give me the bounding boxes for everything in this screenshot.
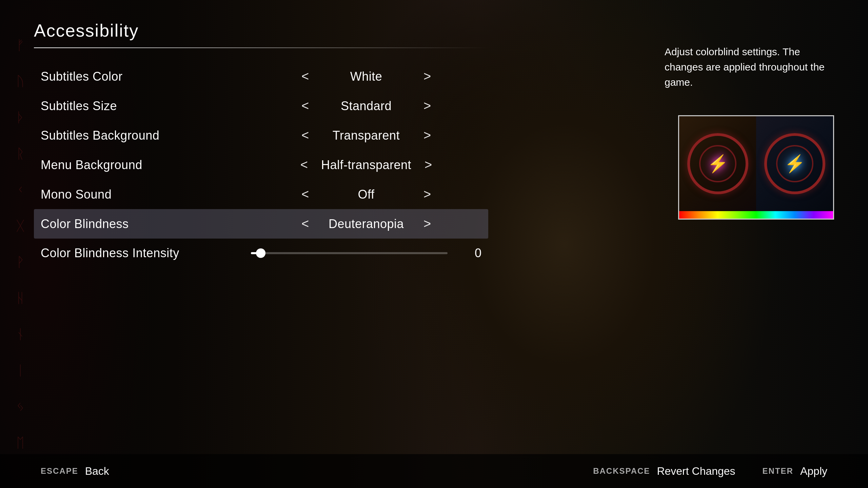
- bottom-right-actions: BACKSPACE Revert Changes ENTER Apply: [593, 465, 827, 477]
- preview-deuteranopia: ⚡: [756, 116, 833, 211]
- rune-circle-outer-normal: ⚡: [687, 133, 748, 194]
- slider-container: 0: [251, 246, 481, 260]
- apply-action: ENTER Apply: [763, 465, 827, 477]
- rune-circle-inner-deuteranopia: ⚡: [776, 145, 813, 182]
- subtitles-size-control: < Standard >: [251, 99, 481, 113]
- bottom-bar: ESCAPE Back BACKSPACE Revert Changes ENT…: [0, 454, 868, 488]
- description-text: Adjust colorblind settings. The changes …: [665, 44, 834, 90]
- rune-char: ᚢ: [16, 74, 24, 89]
- rune-circle-normal: ⚡: [687, 133, 748, 194]
- subtitles-color-value: White: [322, 69, 410, 84]
- rune-circle-deuteranopia: ⚡: [764, 133, 825, 194]
- subtitles-background-value: Transparent: [322, 128, 410, 143]
- setting-row-subtitles-background: Subtitles Background < Transparent >: [34, 121, 488, 150]
- rune-char: ᚹ: [16, 255, 24, 270]
- mono-sound-control: < Off >: [251, 187, 481, 202]
- subtitles-color-left-arrow[interactable]: <: [298, 69, 312, 84]
- menu-background-control: < Half-transparent >: [251, 158, 481, 172]
- subtitles-size-right-arrow[interactable]: >: [420, 99, 434, 113]
- menu-background-value: Half-transparent: [321, 158, 411, 172]
- rune-char: ᚱ: [16, 146, 24, 161]
- menu-background-label: Menu Background: [41, 158, 251, 172]
- revert-action: BACKSPACE Revert Changes: [593, 465, 735, 477]
- mono-sound-left-arrow[interactable]: <: [298, 187, 312, 202]
- escape-key-label: ESCAPE: [41, 466, 78, 476]
- subtitles-size-value: Standard: [322, 99, 410, 113]
- enter-key-label: ENTER: [763, 466, 793, 476]
- title-divider: [34, 47, 488, 48]
- rune-char: ᚠ: [16, 38, 24, 53]
- color-blindness-value: Deuteranopia: [322, 217, 410, 231]
- color-blindness-preview: ⚡ ⚡: [678, 115, 834, 220]
- slider-value: 0: [461, 246, 481, 260]
- subtitles-size-label: Subtitles Size: [41, 99, 251, 113]
- setting-row-mono-sound: Mono Sound < Off >: [34, 180, 488, 209]
- rune-char: ᚦ: [16, 110, 24, 125]
- subtitles-color-right-arrow[interactable]: >: [420, 69, 434, 84]
- lightning-icon-normal: ⚡: [707, 154, 728, 174]
- back-action-label[interactable]: Back: [85, 465, 109, 477]
- subtitles-color-label: Subtitles Color: [41, 69, 251, 84]
- mono-sound-label: Mono Sound: [41, 187, 251, 202]
- main-content: Accessibility Subtitles Color < White > …: [34, 20, 488, 268]
- slider-thumb[interactable]: [256, 248, 265, 258]
- rune-char: ᚷ: [16, 218, 24, 233]
- subtitles-background-control: < Transparent >: [251, 128, 481, 143]
- rune-char: ᛖ: [16, 435, 24, 450]
- rune-circle-outer-deuteranopia: ⚡: [764, 133, 825, 194]
- rune-char: ᚾ: [16, 327, 24, 342]
- settings-list: Subtitles Color < White > Subtitles Size…: [34, 62, 488, 268]
- revert-action-label[interactable]: Revert Changes: [657, 465, 735, 477]
- subtitles-background-right-arrow[interactable]: >: [420, 128, 434, 143]
- rune-char: ᛃ: [16, 399, 24, 414]
- preview-normal: ⚡: [679, 116, 756, 211]
- subtitles-size-left-arrow[interactable]: <: [298, 99, 312, 113]
- menu-background-right-arrow[interactable]: >: [421, 158, 435, 172]
- preview-images: ⚡ ⚡: [679, 116, 833, 211]
- menu-background-left-arrow[interactable]: <: [297, 158, 311, 172]
- rune-char: ᛁ: [16, 363, 24, 378]
- color-blindness-left-arrow[interactable]: <: [298, 217, 312, 231]
- setting-row-menu-background: Menu Background < Half-transparent >: [34, 150, 488, 180]
- rune-circle-inner-normal: ⚡: [699, 145, 736, 182]
- subtitles-background-left-arrow[interactable]: <: [298, 128, 312, 143]
- lightning-icon-deuteranopia: ⚡: [784, 154, 805, 174]
- color-blindness-label: Color Blindness: [41, 217, 251, 231]
- color-spectrum: [679, 211, 833, 219]
- slider-track[interactable]: [251, 252, 448, 254]
- backspace-key-label: BACKSPACE: [593, 466, 650, 476]
- setting-row-color-blindness[interactable]: Color Blindness < Deuteranopia >: [34, 209, 488, 239]
- setting-row-subtitles-size: Subtitles Size < Standard >: [34, 91, 488, 121]
- setting-row-subtitles-color: Subtitles Color < White >: [34, 62, 488, 91]
- mono-sound-value: Off: [322, 187, 410, 202]
- rune-decorations: ᚠ ᚢ ᚦ ᚱ ᚲ ᚷ ᚹ ᚺ ᚾ ᛁ ᛃ ᛖ: [7, 0, 34, 488]
- color-blindness-intensity-label: Color Blindness Intensity: [41, 246, 251, 260]
- escape-action: ESCAPE Back: [41, 465, 109, 477]
- rune-char: ᚺ: [16, 290, 24, 306]
- subtitles-color-control: < White >: [251, 69, 481, 84]
- rune-char: ᚲ: [16, 182, 24, 197]
- color-blindness-control: < Deuteranopia >: [251, 217, 481, 231]
- page-title: Accessibility: [34, 20, 488, 41]
- setting-row-color-blindness-intensity: Color Blindness Intensity 0: [34, 239, 488, 268]
- apply-action-label[interactable]: Apply: [800, 465, 827, 477]
- mono-sound-right-arrow[interactable]: >: [420, 187, 434, 202]
- right-panel: Adjust colorblind settings. The changes …: [665, 44, 834, 100]
- subtitles-background-label: Subtitles Background: [41, 128, 251, 143]
- color-blindness-right-arrow[interactable]: >: [420, 217, 434, 231]
